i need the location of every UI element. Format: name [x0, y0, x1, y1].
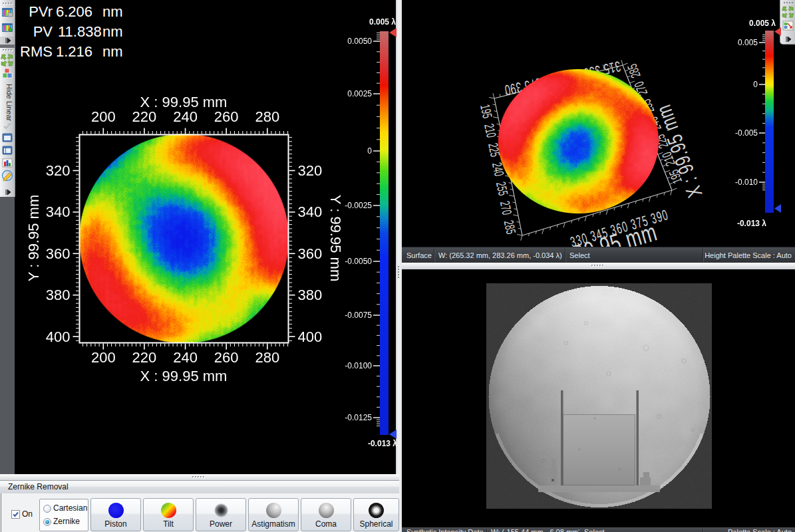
svg-text:360: 360	[46, 245, 71, 262]
svg-text:X : 99.95 mm: X : 99.95 mm	[140, 368, 228, 384]
svg-text:260: 260	[214, 349, 239, 366]
svg-text:400: 400	[46, 329, 71, 345]
svg-text:0.005: 0.005	[738, 38, 758, 47]
svg-text:280: 280	[255, 108, 279, 125]
svg-text:-0.0025: -0.0025	[345, 201, 372, 210]
svg-text:-0.0050: -0.0050	[345, 257, 372, 266]
svg-text:320: 320	[298, 162, 323, 179]
svg-text:200: 200	[91, 349, 116, 366]
svg-text:0.005 λ: 0.005 λ	[369, 17, 396, 27]
svg-text:220: 220	[132, 108, 157, 125]
svg-text:0.005 λ: 0.005 λ	[749, 19, 776, 28]
svg-text:280: 280	[255, 349, 279, 366]
svg-text:-0.013 λ: -0.013 λ	[737, 219, 766, 228]
svg-text:340: 340	[46, 203, 71, 220]
svg-text:0: 0	[367, 146, 372, 156]
svg-text:340: 340	[298, 203, 323, 220]
svg-text:260: 260	[214, 108, 239, 125]
svg-text:360: 360	[298, 245, 323, 262]
svg-text:X : 99.95 mm: X : 99.95 mm	[140, 94, 228, 110]
svg-text:Y : 99.95 mm: Y : 99.95 mm	[25, 195, 42, 281]
svg-text:0.0025: 0.0025	[347, 89, 372, 98]
svg-text:380: 380	[298, 287, 323, 303]
svg-text:Y : 99.95 mm: Y : 99.95 mm	[327, 195, 344, 281]
svg-text:220: 220	[132, 349, 157, 366]
svg-text:240: 240	[173, 349, 198, 366]
svg-text:-0.0125: -0.0125	[345, 413, 372, 422]
svg-text:400: 400	[298, 329, 323, 345]
svg-text:240: 240	[173, 108, 198, 125]
svg-text:200: 200	[91, 108, 116, 125]
svg-text:320: 320	[46, 162, 71, 179]
svg-text:0.0050: 0.0050	[347, 37, 372, 46]
svg-text:-0.0100: -0.0100	[345, 361, 372, 370]
svg-text:380: 380	[46, 287, 71, 303]
svg-text:-0.010: -0.010	[735, 178, 758, 187]
svg-text:0: 0	[753, 80, 758, 89]
svg-text:-0.005: -0.005	[735, 128, 758, 138]
svg-text:-0.013 λ: -0.013 λ	[368, 439, 397, 448]
svg-text:-0.0075: -0.0075	[345, 311, 372, 320]
